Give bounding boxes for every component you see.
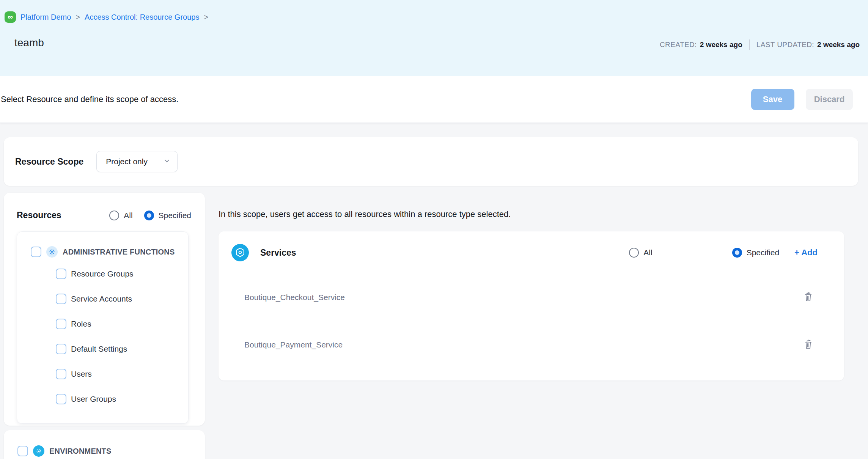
service-row: Boutique_Payment_Service [233,321,832,368]
resource-type-label: Resource Groups [71,269,134,278]
main-content: Resource Scope Project only Resources Al… [0,123,868,459]
resource-type-label: Users [71,369,92,379]
delete-service-button[interactable] [803,339,813,351]
resource-scope-label: Resource Scope [15,157,83,167]
services-radio-specified[interactable]: Specified [732,248,779,258]
category-label: ADMINISTRATIVE FUNCTIONS [63,248,175,256]
page-title: teamb [14,37,44,49]
resources-panel-header: Resources All Specified [4,193,205,220]
service-name: Boutique_Checkout_Service [244,293,345,302]
page-header: ∞ Platform Demo > Access Control: Resour… [0,0,868,76]
meta-divider [749,39,750,50]
resource-groups-checkbox[interactable] [56,269,66,279]
resource-type-row: Roles [56,311,188,336]
roles-checkbox[interactable] [56,319,66,329]
resources-specified-label: Specified [159,211,191,220]
services-card-header: Services All Specified + Add [219,231,844,261]
scope-detail-column: In this scope, users get access to all r… [219,193,844,380]
resources-radio-specified[interactable]: Specified [144,211,191,220]
resource-type-row: Users [56,362,188,387]
service-row: Boutique_Checkout_Service [233,274,832,321]
radio-selected-icon[interactable] [144,211,154,220]
radio-unselected-icon[interactable] [109,211,119,220]
resource-scope-selected-value: Project only [106,157,148,166]
resource-type-row: Default Settings [56,336,188,362]
service-name: Boutique_Payment_Service [244,340,343,349]
resource-type-label: Roles [71,319,91,329]
services-card: Services All Specified + Add Boutique_Ch… [219,231,844,380]
resources-panel: Resources All Specified [4,193,205,426]
resource-type-label: Default Settings [71,344,127,354]
chevron-down-icon [164,157,170,166]
resources-title: Resources [17,210,61,220]
resource-type-label: Service Accounts [71,294,132,303]
service-accounts-checkbox[interactable] [56,294,66,304]
environment-icon [33,445,44,457]
last-updated-label: LAST UPDATED: [756,41,814,49]
administrative-functions-checkbox[interactable] [31,247,41,257]
radio-unselected-icon[interactable] [629,248,639,258]
action-toolbar: Select Resource and define its scope of … [0,76,868,123]
breadcrumb-link-access-control[interactable]: Access Control: Resource Groups [85,13,199,22]
resource-scope-select[interactable]: Project only [96,151,178,172]
resource-types-list: ADMINISTRATIVE FUNCTIONS Resource Groups… [17,231,189,424]
gear-icon [46,246,58,258]
save-button[interactable]: Save [751,89,794,110]
discard-button[interactable]: Discard [806,89,853,110]
created-label: CREATED: [660,41,697,49]
user-groups-checkbox[interactable] [56,394,66,404]
content-row: Resources All Specified [4,193,858,459]
hexagon-service-icon [231,244,249,261]
resource-type-row: Service Accounts [56,286,188,311]
breadcrumb: ∞ Platform Demo > Access Control: Resour… [5,11,860,23]
platform-logo-icon: ∞ [5,11,16,23]
services-title: Services [260,248,296,258]
chevron-right-icon: > [204,13,208,22]
trash-icon [803,291,813,303]
resources-column: Resources All Specified [4,193,205,459]
created-meta: CREATED: 2 weeks ago [660,41,742,49]
resources-radio-all[interactable]: All [109,211,132,220]
services-specified-label: Specified [747,248,779,257]
radio-selected-icon[interactable] [732,248,742,258]
resources-all-label: All [124,211,132,220]
delete-service-button[interactable] [803,291,813,303]
resource-type-label: User Groups [71,395,116,404]
resource-type-row: User Groups [56,387,188,412]
scope-info-text: In this scope, users get access to all r… [219,193,844,219]
last-updated-value: 2 weeks ago [817,41,860,49]
title-row: teamb CREATED: 2 weeks ago LAST UPDATED:… [5,36,860,50]
services-all-label: All [643,248,652,257]
environments-panel: ENVIRONMENTS [4,430,205,459]
category-label: ENVIRONMENTS [49,447,112,456]
toolbar-description: Select Resource and define its scope of … [1,94,178,104]
add-service-button[interactable]: + Add [794,248,818,258]
chevron-right-icon: > [75,13,80,22]
resource-type-row: Resource Groups [56,261,188,286]
users-checkbox[interactable] [56,369,66,379]
category-row-administrative-functions: ADMINISTRATIVE FUNCTIONS [31,242,188,261]
resources-scope-radio-group: All Specified [109,211,191,220]
service-rows: Boutique_Checkout_Service [233,274,832,368]
services-radio-all[interactable]: All [629,248,652,258]
default-settings-checkbox[interactable] [56,344,66,354]
toolbar-actions: Save Discard [751,89,853,110]
created-value: 2 weeks ago [700,41,742,49]
trash-icon [803,339,813,351]
category-row-environments: ENVIRONMENTS [17,442,205,459]
resource-scope-card: Resource Scope Project only [4,137,858,186]
meta-info: CREATED: 2 weeks ago LAST UPDATED: 2 wee… [660,36,860,50]
last-updated-meta: LAST UPDATED: 2 weeks ago [756,41,860,49]
environments-checkbox[interactable] [17,446,28,456]
breadcrumb-link-platform-demo[interactable]: Platform Demo [20,13,71,22]
